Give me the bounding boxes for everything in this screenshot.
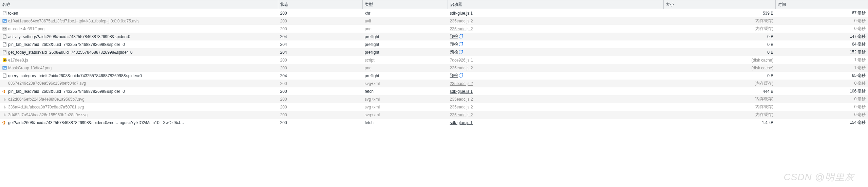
cell-name[interactable]: c12d6646efb2245fa4e88f0e1a9565b7.svg (0, 95, 278, 103)
cell-initiator[interactable]: 235eadc.js:2 (448, 111, 664, 119)
initiator-link[interactable]: 235eadc.js:2 (450, 19, 473, 23)
table-row[interactable]: MaskGroup.13dfc4f.png200png235eadc.js:2(… (0, 64, 868, 72)
initiator-link[interactable]: 235eadc.js:2 (450, 81, 473, 86)
thumb-icon (2, 105, 7, 109)
table-row[interactable]: {}pin_tab_lead?aid=2608&uuid=74325578468… (0, 87, 868, 95)
table-row[interactable]: JSe17dee8.js200script7dce926.js:1(disk c… (0, 56, 868, 64)
cell-initiator[interactable]: sdk-glue.js:1 (448, 9, 664, 17)
initiator-link[interactable]: 235eadc.js:2 (450, 66, 473, 70)
table-row[interactable]: get_today_status?aid=2608&uuid=743255784… (0, 48, 868, 56)
none-icon (2, 82, 7, 86)
refresh-icon (459, 73, 463, 78)
cell-name[interactable]: 8867e249c23a7c0ea596c139befc04d7.svg (0, 80, 278, 87)
cell-initiator[interactable]: 预检 (448, 72, 664, 80)
cell-name[interactable]: get_today_status?aid=2608&uuid=743255784… (0, 48, 278, 56)
cell-time: 1 毫秒 (775, 64, 868, 72)
cell-time: 65 毫秒 (775, 72, 868, 80)
request-name: get_today_status?aid=2608&uuid=743255784… (8, 50, 133, 55)
cell-name[interactable]: {}pin_tab_lead?aid=2608&uuid=74325578468… (0, 87, 278, 95)
col-header-type[interactable]: 类型 (363, 0, 448, 9)
js-icon: JS (2, 58, 7, 63)
request-name: pin_tab_lead?aid=2608&uuid=7432557846887… (8, 89, 125, 94)
cell-initiator[interactable]: 预检 (448, 33, 664, 40)
table-row[interactable]: token200xhrsdk-glue.js:1539 B67 毫秒 (0, 9, 868, 17)
table-row[interactable]: activity_settings?aid=2608&uuid=74325578… (0, 33, 868, 40)
cell-time: 154 毫秒 (775, 119, 868, 126)
cell-name[interactable]: query_category_briefs?aid=2608&uuid=7432… (0, 72, 278, 80)
request-name: activity_settings?aid=2608&uuid=74325578… (8, 34, 130, 39)
cell-size: (内存缓存) (664, 103, 776, 111)
svg-rect-5 (5, 28, 6, 29)
cell-initiator[interactable]: 235eadc.js:2 (448, 103, 664, 111)
initiator-link[interactable]: 7dce926.js:1 (450, 58, 473, 63)
cell-name[interactable]: {}get?aid=2608&uuid=7432557846887826998&… (0, 119, 278, 126)
table-row[interactable]: c12d6646efb2245fa4e88f0e1a9565b7.svg200s… (0, 95, 868, 103)
doc-icon (2, 11, 7, 16)
col-header-status[interactable]: 状态 (278, 0, 363, 9)
cell-initiator[interactable]: 预检 (448, 48, 664, 56)
cell-type: preflight (363, 72, 448, 80)
request-name: get?aid=2608&uuid=7432557846887826998&sp… (8, 120, 184, 125)
request-name: 8867e249c23a7c0ea596c139befc04d7.svg (8, 81, 86, 86)
table-row[interactable]: query_category_briefs?aid=2608&uuid=7432… (0, 72, 868, 80)
request-name: token (8, 11, 18, 16)
cell-name[interactable]: qr-code.4e391ff.png (0, 25, 278, 33)
cell-initiator[interactable]: 预检 (448, 40, 664, 48)
cell-name[interactable]: MaskGroup.13dfc4f.png (0, 64, 278, 72)
cell-size: 0 B (664, 33, 776, 40)
initiator-precheck-link[interactable]: 预检 (450, 73, 458, 78)
cell-initiator[interactable]: 235eadc.js:2 (448, 80, 664, 87)
initiator-precheck-link[interactable]: 预检 (450, 50, 458, 54)
cell-initiator[interactable]: sdk-glue.js:1 (448, 87, 664, 95)
table-row[interactable]: {}get?aid=2608&uuid=7432557846887826998&… (0, 119, 868, 126)
initiator-link[interactable]: 235eadc.js:2 (450, 105, 473, 109)
table-row[interactable]: qr-code.4e391ff.png200png235eadc.js:2(内存… (0, 25, 868, 33)
svg-rect-7 (3, 42, 6, 46)
initiator-link[interactable]: sdk-glue.js:1 (450, 120, 473, 125)
initiator-link[interactable]: sdk-glue.js:1 (450, 89, 473, 94)
refresh-icon (459, 50, 463, 54)
col-header-initiator[interactable]: 启动器 (448, 0, 664, 9)
request-name: e17dee8.js (8, 58, 28, 63)
cell-type: svg+xml (363, 95, 448, 103)
col-header-time[interactable]: 时间 (775, 0, 868, 9)
table-row[interactable]: pin_tab_lead?aid=2608&uuid=7432557846887… (0, 40, 868, 48)
doc-icon (2, 34, 7, 39)
cell-name[interactable]: c1f4af1eaec64ce78675ad13fcd71be1~tplv-k3… (0, 17, 278, 25)
initiator-link[interactable]: 235eadc.js:2 (450, 27, 473, 31)
cell-type: preflight (363, 48, 448, 56)
initiator-link[interactable]: 235eadc.js:2 (450, 97, 473, 102)
initiator-precheck-link[interactable]: 预检 (450, 34, 458, 39)
cell-name[interactable]: pin_tab_lead?aid=2608&uuid=7432557846887… (0, 40, 278, 48)
cell-initiator[interactable]: 235eadc.js:2 (448, 64, 664, 72)
request-name: c12d6646efb2245fa4e88f0e1a9565b7.svg (8, 97, 84, 102)
cell-size: 444 B (664, 87, 776, 95)
cell-name[interactable]: 3d482c7a948bac826e155953b2a28a9e.svg (0, 111, 278, 119)
table-row[interactable]: 336af4d1fafabcca3b770c8ad7a50781.svg200s… (0, 103, 868, 111)
table-row[interactable]: 3d482c7a948bac826e155953b2a28a9e.svg200s… (0, 111, 868, 119)
col-header-name[interactable]: 名称 (0, 0, 278, 9)
cell-name[interactable]: token (0, 9, 278, 17)
cell-type: png (363, 64, 448, 72)
initiator-precheck-link[interactable]: 预检 (450, 42, 458, 47)
cell-initiator[interactable]: sdk-glue.js:1 (448, 119, 664, 126)
table-row[interactable]: 8867e249c23a7c0ea596c139befc04d7.svg200s… (0, 80, 868, 87)
cell-initiator[interactable]: 235eadc.js:2 (448, 25, 664, 33)
cell-time: 64 毫秒 (775, 40, 868, 48)
table-row[interactable]: c1f4af1eaec64ce78675ad13fcd71be1~tplv-k3… (0, 17, 868, 25)
cell-name[interactable]: activity_settings?aid=2608&uuid=74325578… (0, 33, 278, 40)
col-header-size[interactable]: 大小 (664, 0, 776, 9)
cell-status: 204 (278, 48, 363, 56)
cell-initiator[interactable]: 235eadc.js:2 (448, 95, 664, 103)
initiator-link[interactable]: sdk-glue.js:1 (450, 11, 473, 16)
svg-rect-13 (3, 74, 6, 78)
table-header: 名称 状态 类型 启动器 大小 时间 (0, 0, 868, 9)
cell-name[interactable]: 336af4d1fafabcca3b770c8ad7a50781.svg (0, 103, 278, 111)
cell-initiator[interactable]: 7dce926.js:1 (448, 56, 664, 64)
network-table: 名称 状态 类型 启动器 大小 时间 token200xhrsdk-glue.j… (0, 0, 868, 126)
initiator-link[interactable]: 235eadc.js:2 (450, 113, 473, 117)
cell-initiator[interactable]: 235eadc.js:2 (448, 17, 664, 25)
cell-time: 1 毫秒 (775, 56, 868, 64)
cell-size: (内存缓存) (664, 111, 776, 119)
cell-name[interactable]: JSe17dee8.js (0, 56, 278, 64)
